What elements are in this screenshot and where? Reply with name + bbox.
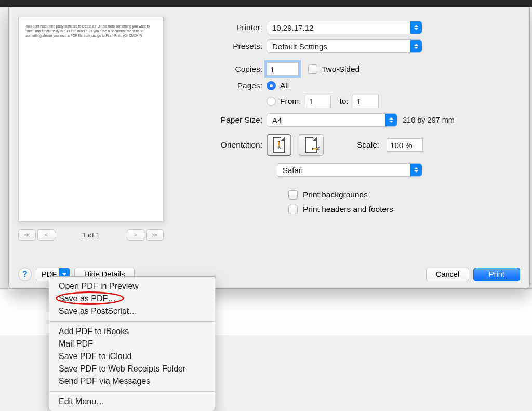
menu-save-to-web-receipts[interactable]: Save PDF to Web Receipts Folder <box>49 363 215 375</box>
two-sided-checkbox[interactable] <box>308 64 317 74</box>
preview-text: You dont need third party software to cr… <box>26 24 150 37</box>
menu-separator <box>49 321 215 322</box>
paper-size-note: 210 by 297 mm <box>403 116 455 124</box>
orientation-landscape-button[interactable]: 🚶 <box>299 134 324 156</box>
print-backgrounds-label: Print backgrounds <box>303 190 368 200</box>
page-next-button[interactable]: > <box>127 229 144 241</box>
page-prev-button[interactable]: < <box>37 229 55 241</box>
print-button[interactable]: Print <box>473 268 520 281</box>
menu-save-to-icloud[interactable]: Save PDF to iCloud <box>49 350 215 363</box>
landscape-icon: 🚶 <box>305 137 317 153</box>
pdf-dropdown-menu: Open PDF in Preview Save as PDF… Save as… <box>49 276 215 411</box>
menu-edit-menu[interactable]: Edit Menu… <box>49 395 215 408</box>
page-last-button[interactable]: ≫ <box>146 229 164 241</box>
paper-size-select[interactable]: A4 <box>267 113 397 127</box>
menu-separator <box>49 391 215 392</box>
print-headers-checkbox[interactable] <box>288 205 298 214</box>
updown-icon <box>385 114 397 126</box>
copies-input[interactable] <box>267 62 299 76</box>
menu-save-as-postscript[interactable]: Save as PostScript… <box>49 305 215 317</box>
orientation-label: Orientation: <box>200 140 267 150</box>
updown-icon <box>410 164 422 176</box>
copies-label: Copies: <box>200 64 267 74</box>
pages-label: Pages: <box>200 81 267 90</box>
presets-label: Presets: <box>200 42 267 51</box>
menu-send-via-messages[interactable]: Send PDF via Messages <box>49 375 215 388</box>
menu-open-pdf-preview[interactable]: Open PDF in Preview <box>49 280 215 293</box>
background-strip <box>0 0 532 7</box>
updown-icon <box>410 40 422 52</box>
preview-page: You dont need third party software to cr… <box>18 17 164 222</box>
print-dialog: You dont need third party software to cr… <box>8 7 530 289</box>
print-headers-label: Print headers and footers <box>303 205 393 214</box>
printer-select[interactable]: 10.29.17.12 <box>267 21 422 34</box>
two-sided-label: Two-Sided <box>322 64 360 74</box>
scale-input[interactable] <box>387 138 423 152</box>
paper-size-label: Paper Size: <box>200 115 267 125</box>
menu-add-to-ibooks[interactable]: Add PDF to iBooks <box>49 325 215 338</box>
orientation-portrait-button[interactable]: 🚶 <box>267 134 291 156</box>
updown-icon <box>410 21 422 34</box>
page-first-button[interactable]: ≪ <box>18 229 36 241</box>
printer-label: Printer: <box>200 23 267 32</box>
portrait-icon: 🚶 <box>273 137 285 153</box>
pages-from-radio[interactable] <box>267 97 276 106</box>
preview-pager: ≪ < 1 of 1 > ≫ <box>18 229 164 241</box>
help-button[interactable]: ? <box>18 268 32 281</box>
app-options-select[interactable]: Safari <box>277 163 422 177</box>
pages-to-label: to: <box>339 97 348 106</box>
print-backgrounds-checkbox[interactable] <box>288 190 298 200</box>
menu-save-as-pdf[interactable]: Save as PDF… <box>49 293 215 305</box>
print-options: Printer: 10.29.17.12 Presets: Default Se… <box>200 17 520 258</box>
menu-mail-pdf[interactable]: Mail PDF <box>49 338 215 350</box>
pages-from-input[interactable] <box>305 95 331 108</box>
cancel-button[interactable]: Cancel <box>426 268 469 281</box>
pages-from-label: From: <box>280 97 301 106</box>
page-counter: 1 of 1 <box>82 231 100 239</box>
presets-select[interactable]: Default Settings <box>267 39 422 53</box>
preview-column: You dont need third party software to cr… <box>18 17 164 258</box>
pages-all-radio[interactable] <box>267 81 276 90</box>
pages-all-label: All <box>280 81 289 90</box>
pages-to-input[interactable] <box>353 95 379 108</box>
scale-label: Scale: <box>357 140 379 150</box>
